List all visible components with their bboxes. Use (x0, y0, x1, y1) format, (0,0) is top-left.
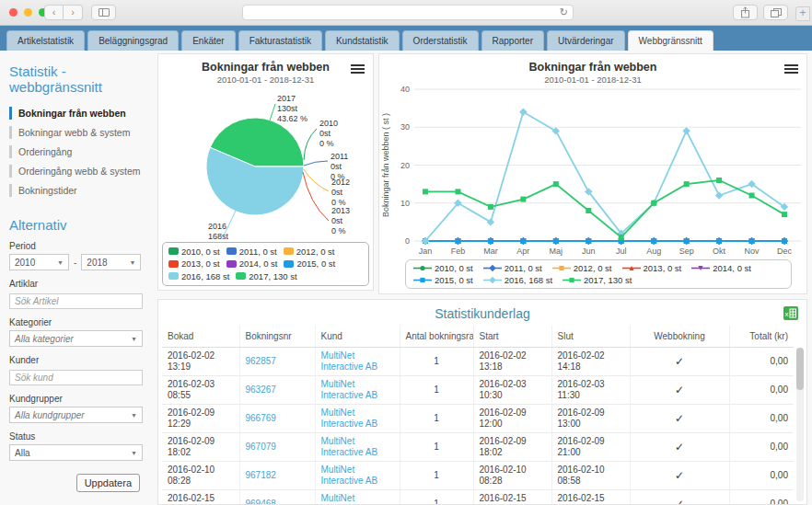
close-window-button[interactable] (9, 8, 17, 17)
customer-link[interactable]: MultiNet Interactive AB (321, 493, 378, 505)
line-legend-item-2011[interactable]: 2011, 0 st (483, 262, 542, 274)
pie-legend-item-2016[interactable]: 2016, 168 st (168, 270, 229, 282)
booking-number-link[interactable]: 967182 (246, 470, 276, 480)
svg-text:Jun: Jun (582, 247, 596, 256)
sidebar-item-ordering-ng[interactable]: Orderingång (9, 145, 147, 158)
table-scrollbar-thumb[interactable] (796, 348, 804, 390)
url-bar[interactable]: ↻ (242, 5, 574, 20)
page-title: Statistik - webbgränssnitt (9, 63, 147, 95)
booking-number-link[interactable]: 969468 (246, 499, 276, 505)
pie-chart-subtitle: 2010-01-01 - 2018-12-31 (158, 75, 373, 85)
pie-legend-item-2012[interactable]: 2012, 0 st (284, 246, 335, 258)
tab-beläggningsgrad[interactable]: Beläggningsgrad (87, 30, 179, 51)
svg-text:20130st0 %: 20130st0 % (331, 206, 350, 235)
table-row: 2016-02-10 08:28967182MultiNet Interacti… (162, 462, 794, 490)
options-title: Alternativ (9, 217, 147, 233)
period-to-select[interactable]: 2018 ▼ (81, 254, 141, 270)
tab-fakturastatistik[interactable]: Fakturastatistik (238, 30, 322, 51)
new-tab-button[interactable]: + (795, 6, 810, 21)
categories-select[interactable]: Alla kategorier ▼ (9, 330, 143, 347)
pie-legend-item-2015[interactable]: 2015, 0 st (284, 258, 335, 270)
column-header-bokningsnr: Bokningsnr (239, 326, 315, 348)
line-legend-item-2017[interactable]: 2017, 130 st (563, 274, 632, 286)
chart-menu-icon[interactable] (784, 63, 798, 75)
customer-link[interactable]: MultiNet Interactive AB (321, 407, 378, 429)
table-scrollbar[interactable] (796, 348, 804, 501)
column-header-slut: Slut (551, 326, 630, 348)
sidebar-item-bokningstider[interactable]: Bokningstider (9, 184, 147, 197)
line-chart-panel: Bokningar från webben 2010-01-01 - 2018-… (378, 53, 807, 294)
legend-marker-icon (552, 264, 571, 272)
check-icon: ✓ (675, 412, 684, 425)
tab-enkäter[interactable]: Enkäter (181, 30, 235, 51)
column-header-totalt-kr-: Totalt (kr) (729, 326, 794, 348)
customer-link[interactable]: MultiNet Interactive AB (321, 379, 378, 400)
pie-chart-title: Bokningar från webben (158, 61, 373, 74)
customer-search-input[interactable] (9, 370, 143, 385)
customer-link[interactable]: MultiNet Interactive AB (321, 465, 378, 486)
statistics-nav: Bokningar från webbenBokningar webb & sy… (9, 107, 147, 197)
svg-text:10: 10 (400, 199, 410, 208)
tab-rapporter[interactable]: Rapporter (481, 30, 544, 51)
svg-text:Jan: Jan (419, 247, 433, 256)
reload-icon[interactable]: ↻ (560, 6, 568, 18)
tab-overview-button[interactable] (763, 5, 788, 20)
sidebar-toggle-button[interactable] (91, 5, 116, 20)
line-chart: 010203040JanFebMarAprMajJunJulAugSepOktN… (379, 85, 806, 265)
tab-bar: ArtikelstatistikBeläggningsgradEnkäterFa… (0, 26, 812, 51)
forward-button[interactable]: › (64, 5, 83, 20)
pie-legend-item-2010[interactable]: 2010, 0 st (168, 246, 220, 258)
update-button[interactable]: Uppdatera (76, 474, 140, 492)
table-row: 2016-02-09 18:02967079MultiNet Interacti… (162, 433, 794, 462)
tab-kundstatistik[interactable]: Kundstatistik (325, 30, 400, 51)
table-row: 2016-02-03 08:55963267MultiNet Interacti… (162, 376, 794, 405)
sidebar-item-bokningar-fr-n-webben[interactable]: Bokningar från webben (9, 107, 147, 120)
booking-number-link[interactable]: 962857 (246, 356, 276, 366)
customer-link[interactable]: MultiNet Interactive AB (321, 436, 378, 457)
tab-utvärderingar[interactable]: Utvärderingar (547, 30, 625, 51)
booking-number-link[interactable]: 966769 (246, 413, 276, 423)
line-legend-item-2016[interactable]: 2016, 168 st (483, 274, 552, 286)
sidebar-item-bokningar-webb-system[interactable]: Bokningar webb & system (9, 126, 147, 139)
status-select[interactable]: Alla ▼ (9, 444, 143, 461)
legend-marker-icon (413, 264, 432, 272)
line-legend-item-2012[interactable]: 2012, 0 st (552, 262, 612, 274)
booking-number-link[interactable]: 967079 (246, 442, 276, 452)
pie-legend-item-2014[interactable]: 2014, 0 st (226, 258, 278, 270)
line-legend-item-2014[interactable]: 2014, 0 st (691, 262, 751, 274)
table-title: Statistikunderlag (158, 306, 806, 321)
minimize-window-button[interactable] (24, 8, 32, 17)
browser-chrome: ‹ › ↻ + (0, 0, 812, 26)
check-icon: ✓ (675, 441, 684, 453)
customer-link[interactable]: MultiNet Interactive AB (321, 350, 378, 372)
tab-artikelstatistik[interactable]: Artikelstatistik (6, 30, 85, 51)
legend-swatch (284, 260, 294, 268)
sidebar-item-ordering-ng-webb-system[interactable]: Orderingång webb & system (9, 165, 147, 178)
column-header-antal-bokningsrader: Antal bokningsrader (400, 326, 473, 348)
tab-webbgränssnitt[interactable]: Webbgränssnitt (628, 30, 713, 51)
sidebar: Statistik - webbgränssnitt Bokningar frå… (0, 51, 157, 505)
back-button[interactable]: ‹ (44, 5, 64, 20)
excel-export-icon: x (783, 306, 798, 320)
nav-buttons: ‹ › (44, 5, 83, 20)
customer-groups-select[interactable]: Alla kundgrupper ▼ (9, 407, 143, 423)
line-legend-item-2015[interactable]: 2015, 0 st (413, 274, 473, 286)
svg-text:Nov: Nov (745, 247, 760, 256)
pie-legend-item-2011[interactable]: 2011, 0 st (226, 246, 277, 258)
excel-export-button[interactable]: x (783, 306, 798, 324)
tab-orderstatistik[interactable]: Orderstatistik (402, 30, 479, 51)
line-legend-item-2013[interactable]: 2013, 0 st (622, 262, 682, 274)
legend-marker-icon (691, 264, 710, 272)
line-legend-item-2010[interactable]: 2010, 0 st (413, 262, 473, 274)
article-search-input[interactable] (9, 293, 143, 309)
period-separator: - (74, 258, 76, 268)
svg-text:30: 30 (400, 122, 410, 132)
chart-menu-icon[interactable] (351, 63, 365, 75)
period-from-select[interactable]: 2010 ▼ (9, 254, 69, 270)
pie-legend-item-2017[interactable]: 2017, 130 st (236, 270, 296, 282)
svg-text:Aug: Aug (646, 247, 661, 256)
statistics-table-panel: Statistikunderlag x BokadBokningsnrKundA… (157, 299, 807, 505)
pie-legend-item-2013[interactable]: 2013, 0 st (168, 258, 220, 270)
share-button[interactable] (733, 5, 758, 20)
booking-number-link[interactable]: 963267 (246, 384, 276, 395)
